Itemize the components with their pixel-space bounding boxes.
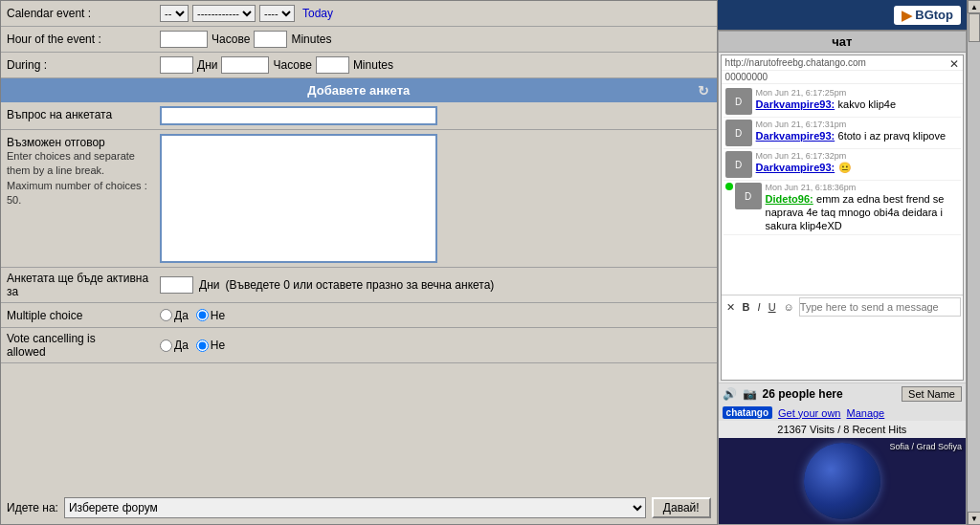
- chat-avatar-4: D: [735, 183, 762, 209]
- multiple-yes-radio[interactable]: [160, 309, 172, 321]
- chat-url: http://narutofreebg.chatango.com: [722, 55, 963, 71]
- active-unit: Дни: [199, 278, 219, 292]
- vote-cancel-no-radio[interactable]: [196, 339, 209, 352]
- vote-cancel-yes-option[interactable]: Да: [160, 339, 189, 352]
- right-panel: ▶ BGtop чат ✕ http://narutofreebg.chatan…: [718, 0, 967, 525]
- go-button[interactable]: Давай!: [652, 497, 711, 518]
- chat-input-row: ✕ B I U ☺: [722, 295, 963, 318]
- vote-cancel-no-label: Не: [211, 339, 225, 352]
- chat-username-3[interactable]: Darkvampire93:: [756, 162, 835, 173]
- active-label: Анкетата ще бъде активна за: [7, 272, 160, 298]
- chat-message-3: D Mon Jun 21, 6:17:32pm Darkvampire93: 😐: [724, 149, 961, 181]
- bold-format-btn[interactable]: B: [740, 300, 753, 314]
- italic-format-btn[interactable]: I: [755, 300, 764, 314]
- close-format-btn[interactable]: ✕: [724, 300, 738, 315]
- scroll-up-button[interactable]: ▲: [968, 0, 980, 13]
- vote-cancel-yes-radio[interactable]: [160, 339, 172, 352]
- minutes-unit: Minutes: [291, 33, 331, 46]
- days-input[interactable]: [160, 56, 193, 74]
- multiple-yes-option[interactable]: Да: [160, 309, 189, 322]
- chat-timestamp-1: Mon Jun 21, 6:17:25pm: [756, 88, 959, 98]
- set-name-button[interactable]: Set Name: [902, 386, 962, 402]
- emoji-format-btn[interactable]: ☺: [781, 300, 797, 314]
- calendar-controls: -- ------------ ---- Today: [160, 5, 333, 22]
- multiple-yes-label: Да: [174, 309, 189, 322]
- nav-row: Идете на: Изберете форум Давай!: [1, 492, 717, 524]
- chat-username-2[interactable]: Darkvampire93:: [756, 130, 835, 142]
- multiple-choice-label: Multiple choice: [7, 309, 160, 322]
- calendar-day-select[interactable]: --: [160, 5, 189, 22]
- chat-avatar-2: D: [725, 120, 752, 146]
- globe-icon: [804, 443, 880, 519]
- chat-avatar-3: D: [725, 151, 752, 178]
- chat-text-input[interactable]: [799, 297, 961, 317]
- chat-scroll-area[interactable]: D Mon Jun 21, 6:17:25pm Darkvampire93: k…: [722, 84, 963, 295]
- calendar-event-label: Calendar event :: [7, 7, 160, 20]
- today-link[interactable]: Today: [302, 7, 333, 20]
- chat-inner: ✕ http://narutofreebg.chatango.com 00000…: [721, 55, 964, 381]
- calendar-month-select[interactable]: ------------: [192, 5, 256, 22]
- poll-question-input[interactable]: [160, 106, 437, 125]
- chat-title: чат: [719, 32, 966, 53]
- multiple-choice-row: Multiple choice Да Не: [1, 303, 717, 328]
- chat-text-2: 6toto i az pravq klipove: [838, 130, 947, 142]
- bgtop-logo[interactable]: ▶ BGtop: [894, 6, 961, 25]
- multiple-no-label: Не: [211, 309, 225, 322]
- poll-question-row: Въпрос на анкетата: [1, 102, 717, 130]
- bgtop-arrow-icon: ▶: [902, 8, 912, 23]
- active-days-input[interactable]: [160, 276, 193, 294]
- poll-question-label: Въпрос на анкетата: [7, 106, 160, 121]
- hour-event-label: Hour of the event :: [7, 33, 160, 46]
- calendar-event-row: Calendar event : -- ------------ ---- To…: [1, 1, 717, 27]
- get-own-link[interactable]: Get your own: [778, 407, 840, 419]
- poll-answer-textarea[interactable]: [160, 134, 437, 263]
- chat-close-button[interactable]: ✕: [949, 57, 959, 71]
- chat-avatar-1: D: [725, 88, 752, 115]
- multiple-no-option[interactable]: Не: [196, 309, 225, 322]
- minutes-unit2: Minutes: [353, 58, 393, 72]
- bgtop-banner: ▶ BGtop: [718, 0, 967, 31]
- scroll-thumb[interactable]: [969, 13, 980, 42]
- poll-header-label: Добавете анкета: [307, 83, 410, 98]
- chat-timestamp-2: Mon Jun 21, 6:17:31pm: [756, 120, 959, 129]
- chatango-brand: chatango: [723, 406, 772, 419]
- minutes-input[interactable]: [254, 31, 287, 48]
- chat-footer: 🔊 📷 26 people here Set Name: [719, 383, 966, 405]
- poll-answer-label: Възможен отговор: [7, 136, 160, 149]
- active-hint: (Въведете 0 или оставете празно за вечна…: [225, 278, 494, 292]
- calendar-year-select[interactable]: ----: [259, 5, 295, 22]
- chat-format-buttons: ✕ B I U ☺: [724, 300, 797, 315]
- chat-text-1: kakvo klip4e: [838, 98, 897, 110]
- chat-scroll-indicator: 00000000: [722, 71, 963, 84]
- speaker-icon: 🔊: [723, 387, 737, 401]
- people-count: 26 people here: [763, 387, 896, 401]
- active-duration-row: Анкетата ще бъде активна за Дни (Въведет…: [1, 268, 717, 303]
- days-unit: Дни: [197, 58, 217, 72]
- chat-username-4[interactable]: Dideto96:: [766, 193, 813, 205]
- visits-row: 21367 Visits / 8 Recent Hits: [719, 421, 966, 438]
- vote-cancel-no-option[interactable]: Не: [196, 339, 225, 352]
- chat-section: чат ✕ http://narutofreebg.chatango.com 0…: [718, 31, 967, 525]
- page-scrollbar[interactable]: ▲ ▼: [967, 0, 980, 525]
- hour-event-row: Hour of the event : Часове Minutes: [1, 27, 717, 53]
- scroll-down-button[interactable]: ▼: [968, 512, 980, 525]
- hour-input[interactable]: [160, 31, 208, 48]
- chat-timestamp-3: Mon Jun 21, 6:17:32pm: [756, 151, 959, 161]
- forum-select[interactable]: Изберете форум: [64, 497, 646, 518]
- chat-message-content-3: Mon Jun 21, 6:17:32pm Darkvampire93: 😐: [756, 151, 959, 174]
- multiple-no-radio[interactable]: [196, 309, 209, 321]
- underline-format-btn[interactable]: U: [766, 300, 779, 314]
- manage-link[interactable]: Manage: [846, 407, 884, 419]
- nav-label: Идете на:: [7, 501, 58, 514]
- visits-text: 21367 Visits / 8 Recent Hits: [777, 424, 906, 435]
- during-minutes-input[interactable]: [316, 56, 349, 74]
- refresh-icon[interactable]: ↻: [698, 83, 709, 98]
- chat-message-content-4: Mon Jun 21, 6:18:36pm Dideto96: emm za e…: [766, 183, 959, 232]
- chat-username-1[interactable]: Darkvampire93:: [756, 98, 835, 110]
- chat-message-1: D Mon Jun 21, 6:17:25pm Darkvampire93: k…: [724, 86, 961, 118]
- active-controls: Дни (Въведете 0 или оставете празно за в…: [160, 276, 494, 294]
- chat-status-dot-4: [725, 183, 733, 190]
- during-hours-input[interactable]: [221, 56, 269, 74]
- hours-unit: Часове: [212, 33, 250, 46]
- during-label: During :: [7, 58, 160, 72]
